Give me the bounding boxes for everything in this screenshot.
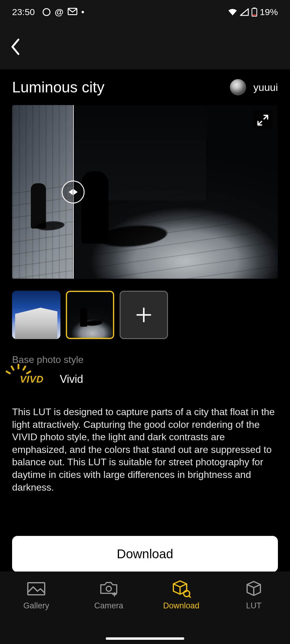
- sun-icon: [11, 368, 25, 382]
- nav-camera[interactable]: Camera: [72, 581, 145, 610]
- lut-cube-icon: [244, 581, 263, 597]
- author-name: yuuui: [253, 82, 278, 93]
- status-notification-icons: @: [43, 7, 84, 17]
- bottom-nav: Gallery Camera Download LUT: [0, 572, 290, 644]
- svg-rect-4: [28, 583, 45, 595]
- author-link[interactable]: yuuui: [230, 79, 278, 95]
- nav-gallery-label: Gallery: [23, 601, 49, 610]
- battery-icon: [251, 8, 257, 17]
- gallery-icon: [27, 581, 46, 597]
- style-name: Vivid: [60, 373, 83, 386]
- compare-slider-handle[interactable]: [62, 181, 85, 203]
- nav-lut-label: LUT: [246, 601, 261, 610]
- nav-gallery[interactable]: Gallery: [0, 581, 72, 610]
- triangle-left-icon: [69, 189, 73, 195]
- svg-rect-3: [253, 14, 256, 16]
- nav-download-label: Download: [163, 601, 199, 610]
- download-cube-icon: [172, 581, 191, 597]
- add-thumbnail-button[interactable]: [120, 291, 168, 339]
- more-notifications-dot-icon: [82, 11, 84, 13]
- status-bar: 23:50 @ 19%: [0, 0, 290, 24]
- wifi-icon: [228, 8, 237, 16]
- battery-percent: 19%: [260, 7, 278, 17]
- author-avatar: [230, 79, 246, 95]
- nav-download[interactable]: Download: [145, 581, 218, 610]
- thumbnail-2[interactable]: [66, 291, 114, 339]
- thumbnail-1[interactable]: [12, 291, 60, 339]
- expand-button[interactable]: [253, 111, 272, 130]
- expand-icon: [257, 114, 269, 126]
- back-button[interactable]: [6, 38, 24, 56]
- plus-icon: [135, 306, 153, 324]
- cell-signal-icon: [240, 8, 249, 16]
- top-nav: [0, 24, 290, 69]
- status-left: 23:50 @: [12, 7, 84, 17]
- lut-title: Luminous city: [12, 78, 105, 96]
- circle-ring-icon: [43, 8, 50, 16]
- svg-point-5: [106, 586, 111, 591]
- download-button[interactable]: Download: [12, 536, 278, 572]
- svg-line-7: [189, 596, 191, 598]
- nav-lut[interactable]: LUT: [218, 581, 290, 610]
- lut-description: This LUT is designed to capture parts of…: [12, 406, 278, 494]
- chevron-left-icon: [10, 38, 20, 55]
- status-right: 19%: [228, 7, 278, 17]
- vivid-badge: VIVD: [12, 371, 51, 388]
- title-row: Luminous city yuuui: [12, 69, 278, 105]
- gmail-icon: [68, 7, 77, 17]
- base-style-row[interactable]: VIVD Vivid: [12, 371, 278, 388]
- triangle-right-icon: [73, 189, 78, 195]
- preview-image: [12, 105, 278, 279]
- status-time: 23:50: [12, 7, 35, 17]
- threads-icon: @: [55, 7, 63, 17]
- nav-camera-label: Camera: [94, 601, 123, 610]
- camera-icon: [99, 581, 118, 597]
- home-indicator[interactable]: [106, 637, 184, 640]
- base-style-label: Base photo style: [12, 354, 278, 365]
- thumbnail-strip: [12, 291, 278, 339]
